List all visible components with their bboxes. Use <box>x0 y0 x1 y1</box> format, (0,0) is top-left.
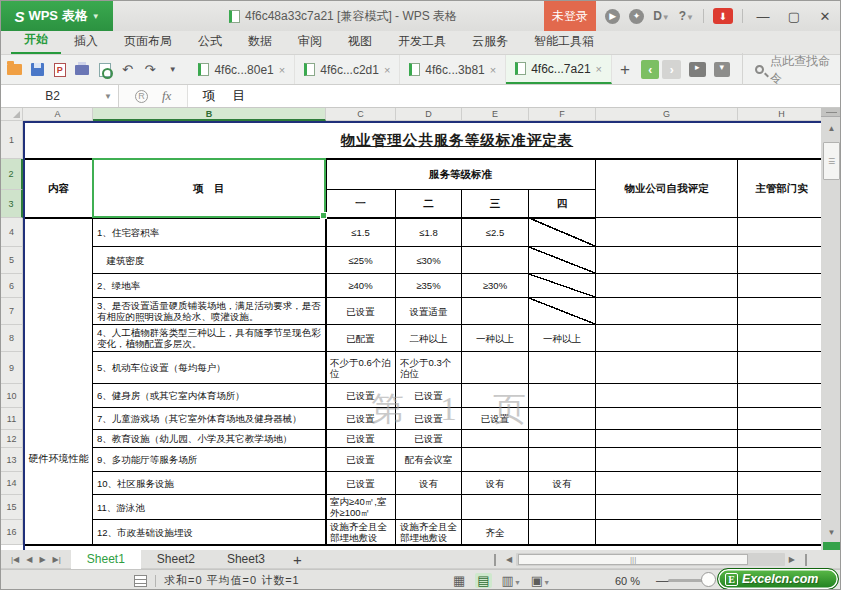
header-item[interactable]: 项 目 <box>93 159 326 218</box>
self-eval-cell[interactable] <box>596 325 738 352</box>
self-eval-cell[interactable] <box>596 218 738 247</box>
vertical-scrollbar[interactable]: ▲ ☰ ▼ <box>821 108 841 550</box>
scroll-up-icon[interactable]: ▲ <box>821 120 841 136</box>
self-eval-cell[interactable] <box>596 472 738 495</box>
row-header-5[interactable]: 5 <box>1 247 23 274</box>
self-eval-cell[interactable] <box>596 520 738 545</box>
grid-corner[interactable] <box>1 108 23 121</box>
horizontal-scrollbar[interactable]: ◀ ||| ▶ <box>488 552 813 567</box>
item-cell[interactable]: 建筑密度 <box>93 247 326 274</box>
dept-eval-cell[interactable] <box>738 384 821 408</box>
toolbar-more-icon[interactable]: ▼ <box>164 61 182 79</box>
formula-input[interactable]: 项 目 <box>187 85 840 107</box>
page-layout-view-icon[interactable]: ▥▼ <box>502 574 521 587</box>
row-header-8[interactable]: 8 <box>1 325 23 352</box>
level-cell[interactable] <box>529 298 596 325</box>
level-cell[interactable]: ≥35% <box>396 274 462 298</box>
zoom-slider-handle[interactable] <box>701 572 716 587</box>
vertical-scroll-thumb[interactable]: ☰ <box>823 142 840 180</box>
self-eval-cell[interactable] <box>596 298 738 325</box>
login-button[interactable]: 未登录 <box>544 1 596 31</box>
undo-icon[interactable]: ↶ <box>119 61 137 79</box>
column-header-H[interactable]: H <box>738 108 821 121</box>
redo-icon[interactable]: ↷ <box>141 61 159 79</box>
level-cell[interactable] <box>529 274 596 298</box>
help-icon[interactable]: ?▼ <box>679 9 694 23</box>
level-cell[interactable]: 齐全 <box>462 520 529 545</box>
row-header-9[interactable]: 9 <box>1 352 23 384</box>
menu-item-云服务[interactable]: 云服务 <box>459 29 521 54</box>
level-cell[interactable]: 设有 <box>462 472 529 495</box>
minimize-button[interactable]: — <box>752 9 774 24</box>
level-cell[interactable]: 不少于0.6个泊位 <box>326 352 396 384</box>
save-icon[interactable] <box>29 61 47 79</box>
play-slideshow-icon[interactable]: ▸ <box>689 62 706 77</box>
prev-sheet-icon[interactable]: ◀ <box>26 555 32 564</box>
sheet-tab-Sheet2[interactable]: Sheet2 <box>141 550 211 569</box>
column-header-F[interactable]: F <box>529 108 596 121</box>
level-cell[interactable] <box>529 352 596 384</box>
item-cell[interactable]: 2、绿地率 <box>93 274 326 298</box>
level-cell[interactable]: 不少于0.3个泊位 <box>396 352 462 384</box>
close-tab-icon[interactable]: × <box>384 64 390 76</box>
print-icon[interactable] <box>74 61 92 79</box>
insert-function-icon[interactable]: fx <box>162 88 171 104</box>
scroll-right-icon[interactable]: ▶ <box>785 555 799 564</box>
scroll-down-icon[interactable]: ▼ <box>821 524 841 540</box>
level-cell[interactable] <box>396 495 462 520</box>
sheet-tab-Sheet1[interactable]: Sheet1 <box>71 550 141 569</box>
self-eval-cell[interactable] <box>596 384 738 408</box>
level-cell[interactable]: 已设置 <box>326 472 396 495</box>
self-eval-cell[interactable] <box>596 430 738 448</box>
open-file-icon[interactable] <box>6 61 24 79</box>
column-header-D[interactable]: D <box>396 108 462 121</box>
dept-eval-cell[interactable] <box>738 274 821 298</box>
header-level[interactable]: 三 <box>462 190 529 218</box>
close-tab-icon[interactable]: × <box>490 64 496 76</box>
document-tab[interactable]: 4f6c...80e1× <box>189 55 295 84</box>
close-tab-icon[interactable]: × <box>596 63 602 75</box>
menu-item-数据[interactable]: 数据 <box>235 29 285 54</box>
item-cell[interactable]: 1、住宅容积率 <box>93 218 326 247</box>
document-tab[interactable]: 4f6c...7a21× <box>506 55 612 84</box>
level-cell[interactable]: 设有 <box>396 472 462 495</box>
menu-item-视图[interactable]: 视图 <box>335 29 385 54</box>
feature-icon[interactable]: D▼ <box>653 9 670 23</box>
dept-eval-cell[interactable] <box>738 495 821 520</box>
item-cell[interactable]: 4、人工植物群落类型三种以上，具有随季节呈现色彩变化，植物配置多层次。 <box>93 325 326 352</box>
menu-item-智能工具箱[interactable]: 智能工具箱 <box>521 29 607 54</box>
dept-eval-cell[interactable] <box>738 325 821 352</box>
row-header-11[interactable]: 11 <box>1 408 23 430</box>
split-handle[interactable] <box>805 554 807 566</box>
self-eval-cell[interactable] <box>596 352 738 384</box>
level-cell[interactable]: 一种以上 <box>529 325 596 352</box>
level-cell[interactable]: 设施齐全且全部埋地敷设 <box>326 520 396 545</box>
level-cell[interactable]: 室内≥40㎡,室外≥100㎡ <box>326 495 396 520</box>
level-cell[interactable]: ≤1.8 <box>396 218 462 247</box>
page-break-view-icon[interactable]: ▤ <box>475 573 491 588</box>
level-cell[interactable]: 已设置 <box>326 448 396 472</box>
document-tab[interactable]: 4f6c...3b81× <box>400 55 506 84</box>
horizontal-scroll-thumb[interactable]: ||| <box>518 554 748 565</box>
dept-eval-cell[interactable] <box>738 352 821 384</box>
self-eval-cell[interactable] <box>596 448 738 472</box>
row-header-16[interactable]: 16 <box>1 520 23 545</box>
item-cell[interactable]: 3、是否设置适量硬质铺装场地，满足活动要求，是否有相应的照明设施及给水、喷灌设施… <box>93 298 326 325</box>
item-cell[interactable]: 10、社区服务设施 <box>93 472 326 495</box>
level-cell[interactable]: ≥40% <box>326 274 396 298</box>
level-cell[interactable] <box>529 448 596 472</box>
tab-scroll-right-button[interactable]: › <box>662 60 681 79</box>
reading-view-icon[interactable]: ▣▼ <box>531 574 550 587</box>
column-header-E[interactable]: E <box>462 108 529 121</box>
row-header-2[interactable]: 2 <box>1 159 23 190</box>
header-level[interactable]: 一 <box>326 190 396 218</box>
item-cell[interactable]: 12、市政基础设施埋设 <box>93 520 326 545</box>
level-cell[interactable] <box>529 430 596 448</box>
row-header-1[interactable]: 1 <box>1 121 23 159</box>
header-level[interactable]: 四 <box>529 190 596 218</box>
dept-eval-cell[interactable] <box>738 430 821 448</box>
close-button[interactable]: ✕ <box>814 9 836 24</box>
level-cell[interactable] <box>462 352 529 384</box>
item-cell[interactable]: 11、游泳池 <box>93 495 326 520</box>
level-cell[interactable]: ≤2.5 <box>462 218 529 247</box>
